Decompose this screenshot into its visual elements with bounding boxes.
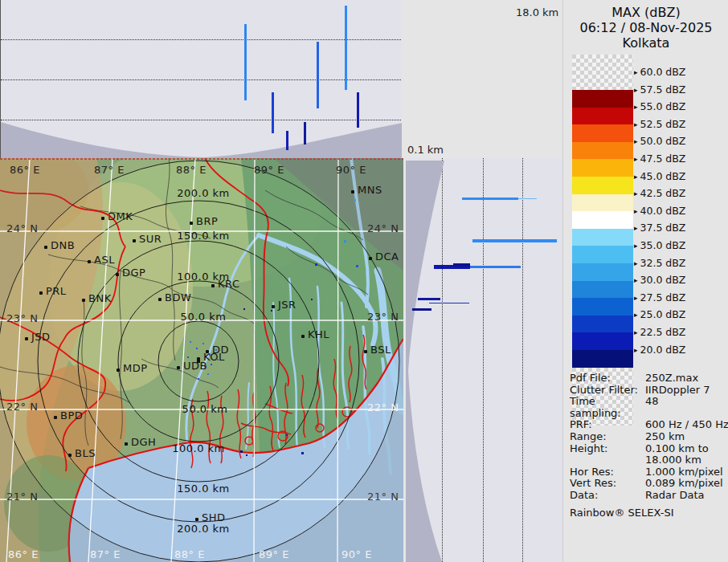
height-axis-min-label: 0.1 km bbox=[407, 144, 444, 156]
city-dot-MDP bbox=[117, 369, 120, 372]
radar-echo bbox=[286, 434, 288, 436]
radar-echo bbox=[246, 454, 247, 456]
city-label-BLS: BLS bbox=[75, 447, 96, 459]
city-label-BDW: BDW bbox=[165, 291, 191, 303]
echo-height-bar bbox=[418, 298, 440, 300]
range-ring-label: 200.0 km bbox=[177, 187, 230, 199]
city-dot-BSL bbox=[364, 350, 367, 353]
echo-height-bar bbox=[412, 308, 431, 311]
dbz-band bbox=[572, 194, 633, 212]
geo-label: 24° N bbox=[6, 222, 38, 234]
dbz-scale-label: ▸52.5 dBZ bbox=[634, 118, 685, 130]
radar-echo bbox=[196, 348, 198, 349]
dbz-scale-label: ▸22.5 dBZ bbox=[634, 326, 685, 338]
city-label-BSL: BSL bbox=[370, 344, 391, 356]
city-dot-MNS bbox=[351, 190, 354, 193]
city-label-DMK: DMK bbox=[108, 210, 133, 222]
geo-label: 86° E bbox=[8, 548, 39, 560]
range-ring-label: 50.0 km bbox=[181, 311, 227, 323]
geo-label: 21° N bbox=[6, 491, 38, 503]
right-height-profile-panel bbox=[406, 158, 562, 562]
city-label-MDP: MDP bbox=[123, 362, 148, 374]
dbz-band bbox=[572, 211, 633, 229]
product-datetime: 06:12 / 08-Nov-2025 bbox=[563, 20, 728, 35]
dbz-band bbox=[572, 55, 633, 90]
dbz-band bbox=[572, 124, 633, 142]
radar-echo bbox=[240, 450, 243, 453]
dbz-band bbox=[572, 263, 633, 281]
city-dot-DNB bbox=[44, 246, 47, 249]
legend-header: MAX (dBZ) 06:12 / 08-Nov-2025 Kolkata bbox=[563, 5, 728, 51]
geo-label: 23° N bbox=[367, 311, 399, 323]
echo-height-bar bbox=[429, 303, 469, 303]
dbz-band bbox=[572, 350, 633, 368]
city-label-DGH: DGH bbox=[131, 436, 156, 448]
city-label-JSD: JSD bbox=[31, 331, 51, 343]
geo-label: 22° N bbox=[6, 401, 38, 413]
city-label-DNB: DNB bbox=[51, 239, 75, 251]
legend-panel: MAX (dBZ) 06:12 / 08-Nov-2025 Kolkata ▸6… bbox=[562, 0, 728, 562]
metadata-row: Pdf File:250Z.max bbox=[570, 373, 728, 385]
radar-echo bbox=[354, 199, 356, 202]
city-dot-BRP bbox=[190, 222, 193, 225]
range-ring-label: 100.0 km bbox=[177, 271, 230, 283]
metadata-row: Height:0.100 km to bbox=[570, 443, 728, 455]
city-label-DCA: DCA bbox=[375, 250, 399, 263]
city-label-SUR: SUR bbox=[139, 233, 162, 245]
dbz-scale-label: ▸30.0 dBZ bbox=[634, 274, 685, 286]
city-dot-JSD bbox=[25, 337, 28, 340]
radar-echo bbox=[202, 343, 204, 344]
right-panel-beam-blind-zone bbox=[406, 158, 562, 562]
city-label-BRP: BRP bbox=[196, 215, 218, 227]
dbz-band bbox=[572, 316, 633, 333]
radar-echo bbox=[344, 240, 346, 242]
city-dot-DMK bbox=[101, 217, 104, 220]
dbz-band bbox=[572, 298, 633, 316]
radar-app-window: { "header": { "product": "MAX (dBZ)", "d… bbox=[0, 0, 728, 562]
city-label-BPD: BPD bbox=[60, 409, 83, 422]
radar-echo bbox=[311, 299, 313, 300]
geo-label: 90° E bbox=[342, 548, 372, 560]
product-title: MAX (dBZ) bbox=[563, 5, 728, 20]
dbz-band bbox=[572, 332, 633, 350]
city-dot-BNK bbox=[82, 299, 85, 302]
echo-height-bar bbox=[518, 198, 537, 199]
geo-label: 86° E bbox=[10, 164, 40, 176]
range-ring-label: 100.0 km bbox=[172, 442, 225, 454]
dbz-band bbox=[572, 246, 633, 263]
echo-height-bar bbox=[357, 92, 359, 128]
geo-label: 89° E bbox=[259, 548, 289, 560]
dbz-scale-label: ▸20.0 dBZ bbox=[634, 344, 685, 356]
city-dot-SHD bbox=[195, 518, 198, 521]
metadata-row: Data:Radar Data bbox=[570, 490, 728, 502]
geo-label: 87° E bbox=[94, 164, 125, 176]
city-dot-KRC bbox=[211, 284, 215, 287]
dbz-scale-label: ▸60.0 dBZ bbox=[634, 66, 685, 78]
top-height-profile-panel bbox=[0, 0, 403, 158]
city-dot-BPD bbox=[54, 416, 57, 419]
product-metadata: Pdf File:250Z.maxClutter Filter:IIRDoppl… bbox=[570, 373, 728, 519]
echo-height-bar bbox=[244, 24, 247, 100]
metadata-row: Range:250 km bbox=[570, 431, 728, 443]
geo-label: 88° E bbox=[176, 164, 207, 176]
dbz-band bbox=[572, 108, 633, 125]
city-dot-BLS bbox=[68, 454, 72, 457]
city-dot-SUR bbox=[133, 239, 136, 242]
geo-label: 87° E bbox=[90, 548, 121, 560]
city-dot-DGP bbox=[116, 273, 119, 276]
geo-label: 22° N bbox=[367, 401, 399, 413]
radar-echo bbox=[207, 373, 209, 375]
city-label-DGP: DGP bbox=[122, 267, 145, 279]
echo-height-bar bbox=[272, 92, 274, 133]
dbz-band bbox=[572, 90, 633, 108]
geo-label: 23° N bbox=[6, 312, 38, 324]
range-ring-label: 150.0 km bbox=[177, 483, 230, 495]
metadata-row: Vert Res:0.089 km/pixel bbox=[570, 478, 728, 490]
dbz-scale-label: ▸42.5 dBZ bbox=[634, 187, 685, 199]
radar-echo bbox=[301, 452, 304, 454]
dbz-scale-label: ▸55.0 dBZ bbox=[634, 100, 685, 112]
city-dot-KHL bbox=[301, 335, 305, 338]
echo-height-bar bbox=[462, 198, 518, 200]
metadata-row: 18.000 km bbox=[570, 454, 728, 466]
metadata-row: Clutter Filter:IIRDoppler 7 bbox=[570, 385, 728, 397]
